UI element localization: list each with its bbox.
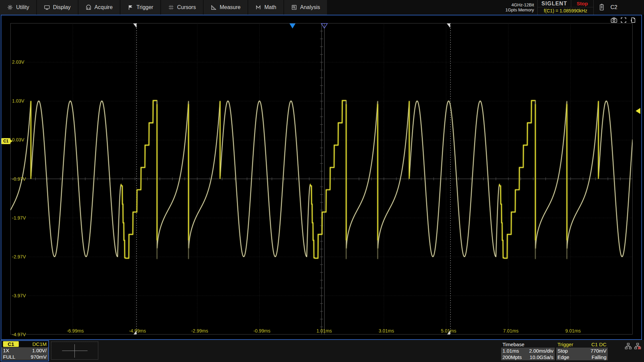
monitor-icon [44, 4, 50, 10]
brand-logo: SIGLENT [538, 0, 571, 7]
trigger-row-2: Edge Falling [556, 354, 608, 360]
trigger-type: Edge [557, 354, 569, 360]
trigger-panel[interactable]: Trigger C1 DC Stop 770mV Edge Falling [556, 341, 608, 361]
trigger-header: Trigger C1 DC [556, 341, 608, 348]
time-axis-label: -0.99ms [254, 328, 271, 334]
time-axis-label: 9.01ms [566, 328, 581, 334]
add-channel-slot[interactable] [51, 342, 98, 360]
flag-icon [127, 4, 133, 10]
time-axis-label: -4.99ms [129, 328, 146, 334]
menu-item-analysis[interactable]: Analysis [284, 0, 327, 15]
timebase-row-1: 1.01ms 2.00ms/div [501, 348, 555, 354]
voltage-axis-label: 1.03V [12, 98, 24, 104]
trigger-slope: Falling [592, 354, 606, 360]
time-axis-label: -6.99ms [67, 328, 84, 334]
plus-icon [74, 344, 75, 358]
voltage-axis-label: -0.97V [12, 176, 26, 182]
lan-disconnected-icon[interactable] [634, 343, 641, 350]
trigger-level: 770mV [590, 348, 606, 354]
menu-item-display[interactable]: Display [37, 0, 77, 15]
marker-flag-bottom[interactable] [447, 330, 450, 335]
marker-flag-top[interactable] [133, 23, 137, 28]
fullscreen-icon[interactable] [620, 17, 627, 23]
menu-item-acquire[interactable]: Acquire [78, 0, 120, 15]
timebase-header: Timebase [501, 341, 555, 348]
menu-right: 4GHz-12Bit 1Gpts Memory SIGLENT Stop f(C… [502, 0, 644, 15]
channel-name-badge[interactable]: C1 [3, 341, 19, 347]
timebase-rate: 10.0GSa/s [530, 354, 553, 360]
corner-icon-group [610, 17, 636, 23]
menu-item-math[interactable]: Math [248, 0, 283, 15]
menu-item-label: Analysis [300, 4, 320, 10]
channel-indicator: C2 [610, 4, 617, 10]
menu-item-utility[interactable]: Utility [0, 0, 36, 15]
channel-indicator-block[interactable]: C2 [594, 4, 644, 11]
menu-item-measure[interactable]: Measure [204, 0, 248, 15]
time-axis-label: -2.99ms [191, 328, 208, 334]
gear-icon [7, 4, 13, 10]
run-state[interactable]: Stop [571, 0, 593, 7]
lan-status-group [625, 343, 641, 350]
voltage-axis-label: 0.03V [12, 137, 24, 143]
channel-row-1: C1 DC1M [1, 341, 48, 347]
plot-area[interactable] [10, 23, 633, 335]
channel-row-3: FULL 970mV [1, 354, 48, 360]
memory-spec: 1Gpts Memory [505, 7, 534, 12]
channel-descriptor-c1[interactable]: C1 DC1M 1X 1.00V/ FULL 970mV [1, 340, 49, 361]
delay-reference-marker[interactable] [321, 23, 328, 29]
channel-coupling: DC1M [32, 341, 47, 347]
channel-ground-marker[interactable]: C1 [1, 138, 10, 144]
frequency-counter: f(C1) = 1.085990kHz [538, 7, 593, 14]
voltage-axis-label: -3.97V [12, 293, 26, 299]
menu-item-trigger[interactable]: Trigger [120, 0, 160, 15]
channel-offset: 970mV [31, 354, 47, 360]
channel-row-2: 1X 1.00V/ [1, 347, 48, 354]
voltage-axis-label: 2.03V [12, 59, 24, 65]
status-box: SIGLENT Stop f(C1) = 1.085990kHz [537, 0, 594, 15]
plus-icon [62, 351, 88, 351]
arch-icon [86, 4, 92, 10]
menu-left: Utility Display Acquire Trigger Cursors … [0, 0, 328, 15]
trigger-row-1: Stop 770mV [556, 348, 608, 354]
timebase-row-2: 200Mpts 10.0GSa/s [501, 354, 555, 360]
menu-item-label: Display [53, 4, 70, 10]
time-axis-label: 3.01ms [379, 328, 394, 334]
page-flip-icon[interactable] [630, 17, 636, 23]
menu-item-label: Measure [220, 4, 240, 10]
clipboard-icon [599, 4, 604, 11]
trigger-title: Trigger [557, 342, 573, 347]
time-axis-label: 7.01ms [503, 328, 519, 334]
channel-bandwidth: FULL [3, 354, 15, 360]
voltage-axis-label: -2.97V [12, 254, 26, 260]
menu-bar: Utility Display Acquire Trigger Cursors … [0, 0, 644, 15]
set-square-icon [211, 4, 217, 10]
trigger-mode: Stop [557, 348, 568, 354]
timebase-delay: 1.01ms [502, 348, 519, 354]
trigger-position-marker[interactable] [289, 23, 296, 28]
bandwidth-spec: 4GHz-12Bit [505, 2, 534, 7]
scope-spec: 4GHz-12Bit 1Gpts Memory [502, 2, 537, 12]
camera-icon[interactable] [610, 17, 618, 23]
menu-item-label: Utility [16, 4, 29, 10]
timebase-panel[interactable]: Timebase 1.01ms 2.00ms/div 200Mpts 10.0G… [501, 341, 555, 361]
time-axis-label: 1.01ms [317, 328, 332, 334]
timebase-title: Timebase [502, 342, 524, 347]
timebase-scale: 2.00ms/div [529, 348, 553, 354]
voltage-axis-label: -1.97V [12, 215, 26, 221]
bottom-bar: C1 DC1M 1X 1.00V/ FULL 970mV Timebase 1.… [0, 340, 644, 362]
trigger-source-coupling: C1 DC [591, 342, 606, 347]
channel-probe: 1X [3, 348, 9, 353]
magnifier-square-icon [291, 4, 297, 10]
timebase-points: 200Mpts [502, 354, 522, 360]
marker-flag-top[interactable] [447, 23, 450, 28]
channel-scale: 1.00V/ [32, 348, 47, 353]
marker-flag-bottom[interactable] [133, 330, 137, 335]
voltage-axis-label: -4.97V [12, 331, 26, 338]
menu-item-cursors[interactable]: Cursors [161, 0, 203, 15]
menu-item-label: Math [264, 4, 276, 10]
trigger-level-marker[interactable] [636, 108, 640, 114]
menu-item-label: Acquire [95, 4, 113, 10]
menu-item-label: Cursors [177, 4, 196, 10]
crosshair-grid-icon [168, 4, 174, 10]
lan-icon[interactable] [625, 343, 632, 350]
